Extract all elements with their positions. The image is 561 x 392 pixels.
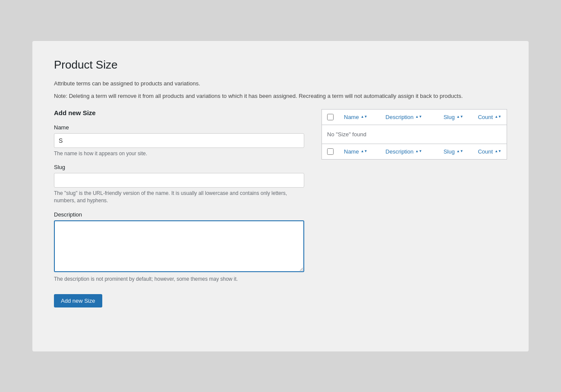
right-panel: Name ▲▼ Description ▲▼ S [321, 109, 507, 307]
add-new-title: Add new Size [54, 109, 304, 116]
page-title: Product Size [54, 58, 507, 72]
footer-slug[interactable]: Slug ▲▼ [438, 144, 473, 159]
header-name[interactable]: Name ▲▼ [339, 109, 380, 125]
footer-slug-sort-icon: ▲▼ [457, 150, 463, 153]
info-text-2: Note: Deleting a term will remove it fro… [54, 92, 507, 100]
size-table: Name ▲▼ Description ▲▼ S [321, 109, 507, 160]
description-field-group: Description The description is not promi… [54, 211, 304, 283]
footer-name[interactable]: Name ▲▼ [339, 144, 380, 159]
select-all-checkbox[interactable] [327, 114, 334, 120]
info-text-1: Attribute terms can be assigned to produ… [54, 79, 507, 88]
header-description[interactable]: Description ▲▼ [380, 109, 438, 125]
count-sort-icon: ▲▼ [495, 115, 501, 119]
slug-field-group: Slug The "slug" is the URL-friendly vers… [54, 164, 304, 204]
name-input[interactable] [54, 133, 304, 148]
select-all-footer-checkbox[interactable] [327, 148, 334, 155]
name-label: Name [54, 124, 304, 131]
header-checkbox-cell [322, 109, 339, 125]
table-header-row: Name ▲▼ Description ▲▼ S [322, 109, 507, 125]
name-hint: The name is how it appears on your site. [54, 150, 304, 157]
page-wrapper: Product Size Attribute terms can be assi… [32, 41, 529, 351]
no-data-cell: No "Size" found [322, 125, 507, 144]
description-textarea[interactable] [54, 220, 304, 272]
slug-input[interactable] [54, 173, 304, 188]
name-sort-icon: ▲▼ [361, 115, 368, 119]
main-layout: Add new Size Name The name is how it app… [54, 109, 507, 307]
header-count[interactable]: Count ▲▼ [473, 109, 507, 125]
add-new-size-button[interactable]: Add new Size [54, 294, 102, 307]
no-data-row: No "Size" found [322, 125, 507, 144]
footer-count[interactable]: Count ▲▼ [473, 144, 507, 159]
description-label: Description [54, 211, 304, 218]
description-hint: The description is not prominent by defa… [54, 276, 304, 283]
left-panel: Add new Size Name The name is how it app… [54, 109, 304, 307]
footer-name-sort-icon: ▲▼ [361, 150, 368, 153]
footer-checkbox-cell [322, 144, 339, 159]
footer-count-sort-icon: ▲▼ [495, 150, 501, 153]
footer-description[interactable]: Description ▲▼ [380, 144, 438, 159]
footer-description-sort-icon: ▲▼ [415, 150, 422, 153]
slug-sort-icon: ▲▼ [457, 115, 463, 119]
slug-hint: The "slug" is the URL-friendly version o… [54, 190, 304, 204]
table-footer-row: Name ▲▼ Description ▲▼ S [322, 144, 507, 159]
header-slug[interactable]: Slug ▲▼ [438, 109, 473, 125]
name-field-group: Name The name is how it appears on your … [54, 124, 304, 157]
slug-label: Slug [54, 164, 304, 170]
description-sort-icon: ▲▼ [415, 115, 422, 119]
